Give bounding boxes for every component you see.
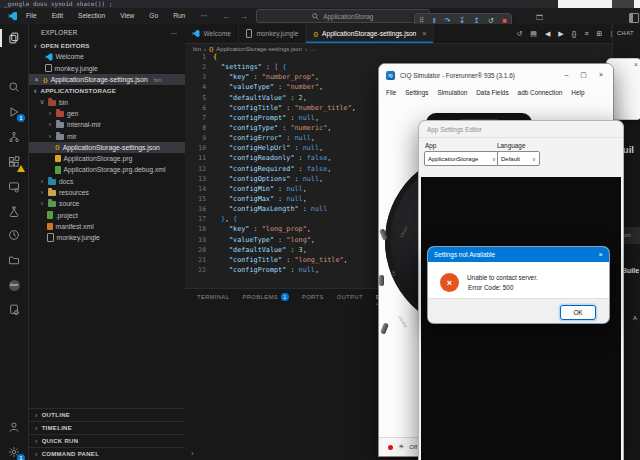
tree-item-applicationstorage-prg-debug-xml[interactable]: ApplicationStorage.prg.debug.xml	[29, 164, 185, 175]
close-icon[interactable]: ×	[599, 71, 603, 79]
menu-item-edit[interactable]: Edit	[50, 11, 65, 21]
menu-item-[interactable]: ⋯	[198, 11, 209, 21]
close-icon[interactable]: ×	[33, 76, 40, 83]
source-control-icon[interactable]	[0, 126, 28, 148]
sim-menu-help[interactable]: Help	[571, 89, 584, 96]
tab-welcome[interactable]: Welcome	[185, 24, 239, 43]
tab-applicationstorage-settings-json[interactable]: {}ApplicationStorage-settings.json×	[306, 24, 434, 43]
tree-item-bin[interactable]: ∨bin	[29, 96, 185, 107]
ok-button[interactable]: OK	[560, 305, 596, 320]
forward-icon[interactable]: →	[240, 12, 248, 21]
simulator-titlebar[interactable]: IQ CIQ Simulator - Forerunner® 935 (3.1.…	[379, 64, 613, 86]
menu-item-run[interactable]: Run	[171, 11, 187, 21]
line-number: 5	[185, 94, 213, 102]
app-dropdown[interactable]: ApplicationStorage ∨	[424, 151, 500, 166]
search-icon[interactable]	[0, 76, 28, 98]
editor-tab-bar: Welcomemonkey.jungle{}ApplicationStorage…	[185, 24, 640, 44]
file-settings-icon[interactable]	[0, 299, 28, 321]
explorer-icon[interactable]	[0, 27, 28, 49]
tree-item-docs[interactable]: ›docs	[29, 176, 185, 187]
settings-gear-icon[interactable]: 1	[0, 441, 28, 460]
sidebar-toggle-icon[interactable]	[629, 13, 639, 23]
chat-panel-title[interactable]: CHAT	[617, 30, 634, 36]
folder-view-icon[interactable]	[0, 249, 28, 271]
tree-item-source[interactable]: ›source	[29, 198, 185, 209]
panel-tab-ports[interactable]: PORTS	[302, 289, 324, 305]
menu-item-file[interactable]: File	[24, 11, 39, 21]
background-text-fragment: Buile	[622, 267, 639, 274]
tree-item-internal-mir[interactable]: ›internal-mir	[29, 119, 185, 130]
tree-item-mir[interactable]: ›mir	[29, 130, 185, 141]
language-dropdown[interactable]: Default ∨	[497, 151, 540, 166]
panel-tab-terminal[interactable]: TERMINAL	[197, 289, 230, 305]
open-editor-label: monkey.jungle	[55, 65, 98, 72]
code-text: "configPrompt" : null,	[213, 266, 319, 274]
json-tool-icon[interactable]: Json	[0, 274, 28, 296]
chevron-down-icon: ∨	[33, 42, 38, 49]
debug-console-prompt[interactable]: ›	[191, 449, 194, 458]
close-icon[interactable]: ×	[634, 61, 638, 68]
back-icon[interactable]: ←	[223, 12, 231, 21]
open-editors-header[interactable]: ∨ OPEN EDITORS	[29, 40, 185, 51]
panel-tab-problems[interactable]: PROBLEMS1	[243, 289, 289, 305]
tree-item--project[interactable]: .project	[29, 209, 185, 220]
panel-tab-output[interactable]: OUTPUT	[337, 289, 363, 305]
sim-menu-settings[interactable]: Settings	[405, 89, 428, 96]
open-editor-item[interactable]: Welcome	[29, 51, 185, 62]
breadcrumb-item[interactable]: ApplicationStorage-settings.json	[216, 46, 302, 52]
folder-icon	[48, 100, 56, 106]
layout-panel-icon[interactable]: 🗖	[536, 14, 543, 21]
sidebar-section-quick-run[interactable]: ›QUICK RUN	[29, 434, 185, 447]
tree-item-applicationstorage-settings-json[interactable]: {}ApplicationStorage-settings.json	[29, 142, 185, 153]
tree-item-gen[interactable]: ›gen	[29, 108, 185, 119]
sim-menu-simulation[interactable]: Simulation	[437, 89, 467, 96]
prev-change-icon[interactable]: ◀	[545, 30, 550, 38]
open-terminal-icon[interactable]: ⊞	[597, 30, 603, 38]
open-changes-icon[interactable]: ▤	[530, 30, 537, 38]
minimize-icon[interactable]: –	[564, 71, 568, 79]
remote-explorer-icon[interactable]	[0, 176, 28, 198]
sidebar-section-outline[interactable]: ›OUTLINE	[29, 408, 185, 421]
sim-menu-data-fields[interactable]: Data Fields	[476, 89, 508, 96]
braces-icon[interactable]: {}	[572, 30, 577, 37]
command-center-search[interactable]: ApplicationStorag	[256, 9, 430, 23]
close-icon[interactable]: ×	[599, 250, 603, 259]
tree-item-monkey-jungle[interactable]: monkey.jungle	[29, 232, 185, 243]
sim-menu-file[interactable]: File	[386, 89, 396, 96]
next-change-icon[interactable]: ▶	[558, 30, 563, 38]
maximize-icon[interactable]: ▢	[580, 71, 587, 79]
line-number: 2	[185, 63, 213, 71]
code-text: "configType" : "numeric",	[213, 124, 331, 132]
chevron-right-icon: ›	[35, 412, 38, 419]
watch-button-up[interactable]	[379, 275, 384, 286]
error-dialog-titlebar[interactable]: Settings not Available ×	[428, 247, 609, 262]
tree-item-applicationstorage-prg[interactable]: ApplicationStorage.prg	[29, 153, 185, 164]
search-icon	[312, 13, 319, 20]
watch-button-down[interactable]	[380, 322, 389, 334]
sidebar-section-timeline[interactable]: ›TIMELINE	[29, 421, 185, 434]
sim-menu-adb-connection[interactable]: adb Connection	[518, 89, 563, 96]
outline-list-icon[interactable]: ≡	[584, 30, 588, 37]
tree-item-manifest-xml[interactable]: manifest.xml	[29, 221, 185, 232]
tab-monkey-jungle[interactable]: monkey.jungle	[239, 24, 307, 43]
sidebar-section-command-panel[interactable]: ›COMMAND PANEL	[29, 447, 185, 460]
test-flask-icon[interactable]	[0, 201, 28, 223]
menu-item-selection[interactable]: Selection	[76, 11, 107, 21]
menu-item-go[interactable]: Go	[147, 11, 160, 21]
breadcrumb-item[interactable]: bin	[193, 46, 201, 52]
run-restart-icon[interactable]: ↺	[516, 30, 522, 38]
more-actions-icon[interactable]: ⋯	[170, 29, 177, 36]
close-icon[interactable]: ×	[422, 30, 426, 37]
breadcrumb-item[interactable]: …	[310, 46, 316, 52]
error-icon: ×	[440, 273, 459, 292]
menu-bar: FileEditSelectionViewGoRun⋯	[24, 11, 209, 21]
history-clock-icon[interactable]	[0, 224, 28, 246]
extensions-icon[interactable]	[0, 151, 28, 173]
run-debug-icon[interactable]: 1	[0, 101, 28, 123]
menu-item-view[interactable]: View	[118, 11, 136, 21]
account-icon[interactable]	[0, 416, 28, 438]
open-editor-item[interactable]: monkey.jungle	[29, 63, 185, 74]
open-editor-item[interactable]: ×{}ApplicationStorage-settings.jsonbin	[29, 74, 185, 85]
tree-item-resources[interactable]: ›resources	[29, 187, 185, 198]
project-section-header[interactable]: ∨ APPLICATIONSTORAGE	[29, 85, 185, 96]
